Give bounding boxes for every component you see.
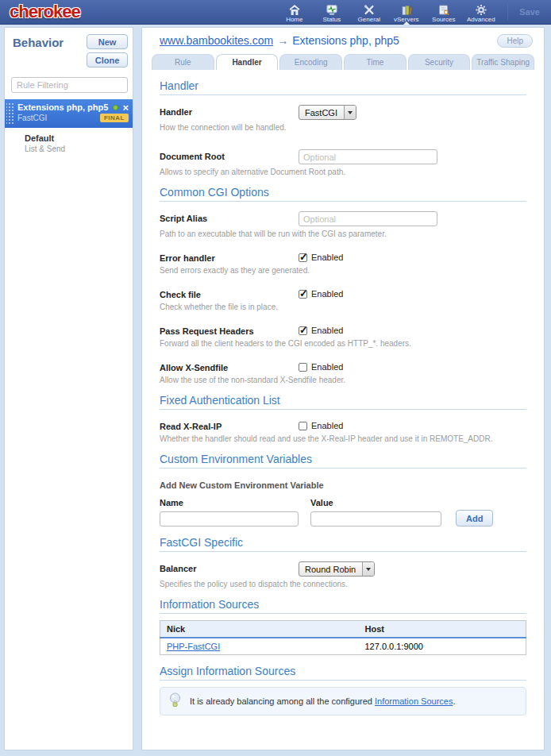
add-env-button[interactable]: Add: [456, 510, 493, 526]
field-label: Check file: [160, 287, 299, 299]
field-label: Document Root: [160, 149, 299, 161]
env-value-input[interactable]: [310, 511, 441, 526]
document-root-input[interactable]: [299, 149, 437, 164]
save-button[interactable]: Save: [507, 4, 540, 20]
field-label: Read X-Real-IP: [160, 419, 299, 431]
section-title-assign-sources: Assign Information Sources: [160, 665, 526, 677]
rule-filter-input[interactable]: [11, 77, 128, 93]
tab-time[interactable]: Time: [344, 54, 407, 70]
tab-traffic-shaping[interactable]: Traffic Shaping: [472, 54, 534, 70]
field-handler: Handler FastCGI How the connection will …: [160, 105, 526, 132]
nav-general[interactable]: General: [350, 0, 387, 24]
content-frame: Behavior New Clone Extensions php, php5 …: [0, 25, 551, 756]
field-description: Forward all the client headers to the CG…: [160, 339, 526, 348]
help-button[interactable]: Help: [497, 34, 533, 48]
checkbox-label: Enabled: [311, 326, 343, 335]
field-description: Allows to specify an alternative Documen…: [160, 168, 526, 176]
error-handler-checkbox[interactable]: Enabled: [299, 251, 343, 262]
checkbox-box[interactable]: [299, 253, 307, 262]
rule-close-icon[interactable]: ×: [122, 103, 129, 112]
new-rule-button[interactable]: New: [87, 34, 128, 49]
divider: [160, 551, 526, 552]
rule-item-extensions-php[interactable]: Extensions php, php5 × FastCGI FINAL: [5, 99, 133, 128]
field-description: Specifies the policy used to dispatch th…: [160, 580, 526, 588]
clone-rule-button[interactable]: Clone: [87, 52, 128, 68]
section-title-info-sources: Information Sources: [160, 598, 526, 611]
vservers-icon: [400, 4, 413, 16]
nav-vservers[interactable]: vServers: [387, 0, 425, 24]
checkbox-label: Enabled: [311, 289, 343, 299]
pass-request-headers-checkbox[interactable]: Enabled: [299, 324, 343, 335]
rule-editor-panel: www.bambookites.com→Extensions php, php5…: [141, 27, 545, 750]
section-title-fastcgi: FastCGI Specific: [160, 536, 526, 549]
check-file-checkbox[interactable]: Enabled: [299, 287, 343, 299]
field-label: Pass Request Headers: [160, 324, 299, 336]
breadcrumb: www.bambookites.com→Extensions php, php5: [160, 34, 399, 47]
rule-item-default[interactable]: Default List & Send: [5, 128, 133, 159]
nav-home[interactable]: Home: [276, 0, 313, 24]
breadcrumb-arrow-icon: →: [277, 34, 288, 47]
field-description: Path to an executable that will be run w…: [160, 230, 526, 238]
field-read-x-real-ip: Read X-Real-IP Enabled Whether the handl…: [160, 419, 526, 443]
status-icon: [326, 4, 338, 16]
tab-handler[interactable]: Handler: [216, 54, 279, 70]
lightbulb-icon: [168, 692, 182, 711]
rule-tabs: Rule Handler Encoding Time Security Traf…: [152, 54, 534, 70]
tab-security[interactable]: Security: [408, 54, 471, 70]
field-label: Allow X-Sendfile: [160, 361, 299, 372]
divider: [160, 94, 526, 95]
information-sources-link[interactable]: Information Sources: [375, 696, 453, 706]
nav-advanced-label: Advanced: [467, 16, 495, 23]
source-host-value: 127.0.0.1:9000: [359, 638, 526, 655]
read-x-real-ip-checkbox[interactable]: Enabled: [299, 419, 343, 430]
field-pass-request-headers: Pass Request Headers Enabled Forward all…: [160, 324, 526, 348]
nav-sources[interactable]: Sources: [425, 0, 462, 24]
checkbox-box[interactable]: [299, 422, 307, 430]
handler-select[interactable]: FastCGI: [299, 105, 356, 120]
rule-enabled-dot[interactable]: [113, 105, 118, 110]
tab-encoding[interactable]: Encoding: [279, 54, 342, 70]
divider: [160, 468, 526, 469]
env-variable-form: Name Value Add: [160, 498, 526, 526]
checkbox-label: Enabled: [311, 421, 343, 430]
env-name-input[interactable]: [160, 511, 299, 526]
checkbox-box[interactable]: [299, 290, 307, 299]
field-error-handler: Error handler Enabled Send errors exactl…: [160, 251, 526, 275]
breadcrumb-site-link[interactable]: www.bambookites.com: [160, 34, 273, 47]
drag-handle[interactable]: [6, 103, 15, 124]
checkbox-box[interactable]: [299, 363, 307, 372]
divider: [160, 613, 526, 614]
add-env-label: Add New Custom Environment Variable: [160, 480, 526, 490]
rule-handler-label: List & Send: [25, 145, 126, 153]
field-balancer: Balancer Round Robin Specifies the polic…: [160, 561, 526, 588]
source-nick-link[interactable]: PHP-FastCGI: [167, 642, 220, 651]
field-check-file: Check file Enabled Check whether the fil…: [160, 287, 526, 311]
script-alias-input[interactable]: [299, 211, 437, 226]
section-title-custom-env: Custom Environment Variables: [160, 453, 526, 465]
table-row: PHP-FastCGI 127.0.0.1:9000: [160, 638, 526, 655]
main-nav: Home Status General vServers: [276, 0, 499, 24]
chevron-down-icon: [362, 562, 374, 576]
field-document-root: Document Root Allows to specify an alter…: [160, 149, 526, 176]
tab-rule[interactable]: Rule: [152, 54, 214, 70]
sidebar-title: Behavior: [13, 34, 64, 68]
field-script-alias: Script Alias Path to an executable that …: [160, 211, 526, 238]
nav-status-label: Status: [322, 16, 341, 23]
chevron-down-icon: [344, 106, 356, 119]
field-description: Check whether the file is in place.: [160, 303, 526, 311]
rule-name: Extensions php, php5: [17, 102, 108, 113]
section-title-handler: Handler: [160, 79, 526, 92]
field-description: Allow the use of the non-standard X-Send…: [160, 376, 526, 384]
field-allow-x-sendfile: Allow X-Sendfile Enabled Allow the use o…: [160, 361, 526, 384]
allow-x-sendfile-checkbox[interactable]: Enabled: [299, 361, 343, 372]
checkbox-box[interactable]: [299, 326, 307, 335]
nav-advanced[interactable]: Advanced: [462, 0, 499, 24]
checkbox-label: Enabled: [311, 253, 343, 262]
cherokee-admin-window: cherokee Home Status General: [0, 0, 551, 756]
nav-status[interactable]: Status: [313, 0, 350, 24]
divider: [160, 201, 526, 202]
env-value-label: Value: [310, 498, 449, 507]
section-title-common-cgi: Common CGI Options: [160, 186, 526, 199]
behavior-sidebar: Behavior New Clone Extensions php, php5 …: [4, 27, 133, 750]
balancer-select[interactable]: Round Robin: [299, 561, 375, 577]
